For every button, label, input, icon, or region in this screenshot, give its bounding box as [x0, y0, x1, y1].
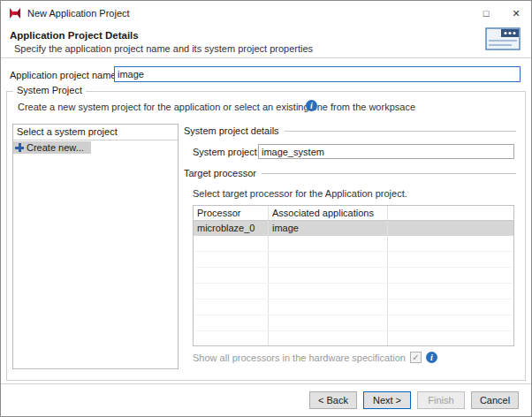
table-row-empty — [194, 268, 513, 284]
next-button[interactable]: Next > — [363, 391, 411, 409]
section-rule — [262, 173, 516, 174]
table-row-empty — [194, 236, 513, 252]
column-header-processor[interactable]: Processor — [194, 206, 269, 221]
page-title: Application Project Details — [10, 30, 139, 41]
list-item-create-new[interactable]: Create new... — [13, 141, 91, 154]
page-subtitle: Specify the application project name and… — [14, 43, 313, 54]
cell-blank — [388, 221, 513, 236]
close-button[interactable]: ✕ — [501, 1, 531, 26]
column-header-associated-applications[interactable]: Associated applications — [269, 206, 388, 221]
system-project-group: Create a new system project for the appl… — [6, 91, 526, 381]
show-all-processors-checkbox[interactable]: ✓ — [410, 352, 422, 363]
section-rule — [285, 131, 516, 132]
new-application-project-dialog: New Application Project □ ✕ Application … — [0, 0, 532, 417]
cell-processor: microblaze_0 — [194, 221, 269, 236]
show-all-processors-label: Show all processors in the hardware spec… — [193, 353, 406, 363]
processor-table: Processor Associated applications microb… — [193, 205, 514, 346]
show-all-processors-row: Show all processors in the hardware spec… — [193, 352, 437, 363]
app-name-input[interactable] — [114, 66, 521, 82]
titlebar: New Application Project □ ✕ — [1, 1, 531, 26]
table-row-empty — [194, 299, 513, 315]
create-new-label: Create new... — [27, 142, 84, 153]
system-name-input[interactable] — [258, 144, 514, 159]
details-section-header: System project details — [184, 125, 516, 136]
cancel-button[interactable]: Cancel — [471, 391, 519, 409]
group-description: Create a new system project for the appl… — [18, 102, 415, 112]
details-header-label: System project details — [184, 125, 279, 136]
table-row[interactable]: microblaze_0 image — [194, 221, 513, 236]
finish-button[interactable]: Finish — [417, 391, 465, 409]
target-description: Select target processor for the Applicat… — [193, 188, 407, 199]
app-logo-icon — [9, 7, 21, 19]
table-header-row: Processor Associated applications — [194, 206, 513, 221]
maximize-button[interactable]: □ — [471, 1, 501, 26]
window-controls: □ ✕ — [471, 1, 531, 26]
app-name-label: Application project name: — [10, 70, 119, 80]
header-separator — [1, 57, 531, 58]
system-project-list: Select a system project Create new... — [12, 124, 179, 369]
info-icon[interactable]: i — [426, 352, 437, 363]
table-row-empty — [194, 252, 513, 268]
group-label: System Project — [13, 85, 86, 95]
table-row-empty — [194, 284, 513, 299]
table-row-empty — [194, 331, 513, 346]
list-header: Select a system project — [13, 125, 178, 140]
wizard-banner-icon — [485, 26, 521, 54]
plus-icon — [15, 143, 24, 152]
back-button[interactable]: < Back — [309, 391, 357, 409]
table-row-empty — [194, 315, 513, 331]
footer-buttons: < Back Next > Finish Cancel — [309, 391, 519, 409]
target-section-header: Target processor — [184, 168, 516, 178]
window-title: New Application Project — [27, 8, 130, 19]
cell-associated-applications: image — [269, 221, 388, 236]
column-header-blank — [388, 206, 513, 221]
footer-separator — [1, 383, 531, 384]
system-project-details-panel: System project details System project na… — [184, 124, 516, 371]
target-header-label: Target processor — [184, 168, 256, 178]
info-icon[interactable]: i — [306, 100, 317, 111]
